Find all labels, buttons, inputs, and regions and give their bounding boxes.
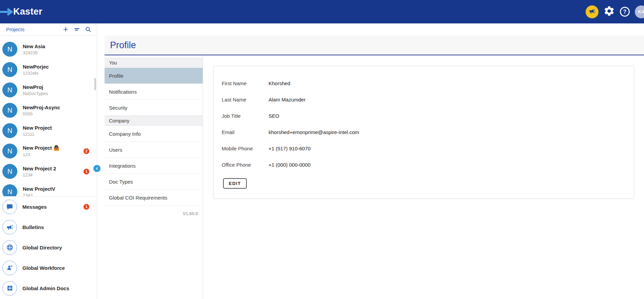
sidebar-item-global-admin-docs[interactable]: Global Admin Docs xyxy=(0,278,97,298)
topbar: Kaster ? KA xyxy=(0,0,644,23)
unread-badge: 1 xyxy=(84,204,89,210)
projects-sidebar: Projects N New Asia 324235 N NewPorjec 1… xyxy=(0,23,97,299)
grid-icon xyxy=(2,281,17,296)
sidebar-item-bulletins[interactable]: Bulletins xyxy=(0,217,97,237)
project-item-newproj-async[interactable]: N NewProj-Async 5555 xyxy=(0,100,97,120)
sidebar-item-messages[interactable]: Messages 1 xyxy=(0,197,97,217)
main-content: Profile You Profile Notifications Securi… xyxy=(97,23,644,299)
sidebar-item-global-directory[interactable]: Global Directory xyxy=(0,237,97,258)
sort-icon[interactable] xyxy=(73,26,80,33)
field-job-title: Job Title SEO xyxy=(222,108,626,124)
page-header: Profile xyxy=(105,36,644,55)
project-avatar: N xyxy=(2,82,17,97)
unread-badge: 2 xyxy=(84,148,89,154)
field-last-name: Last Name Alam Mazumder xyxy=(222,91,626,108)
field-mobile-phone: Mobile Phone +1 (517) 910-6070 xyxy=(222,140,626,156)
projects-header: Projects xyxy=(0,23,97,36)
add-project-icon[interactable] xyxy=(62,26,69,33)
logo-arrow-icon xyxy=(0,8,14,16)
settings-item-company-info[interactable]: Company Info xyxy=(105,126,203,142)
project-avatar: N xyxy=(2,184,17,196)
projects-title: Projects xyxy=(6,26,24,32)
app-version: V1.60.0 xyxy=(105,206,203,221)
sidebar-collapse-button[interactable] xyxy=(93,165,100,172)
profile-card: First Name Khorshed Last Name Alam Mazum… xyxy=(213,66,634,199)
workforce-icon xyxy=(2,261,17,275)
settings-item-global-coi[interactable]: Global COI Requirements xyxy=(105,190,203,206)
sidebar-scrollbar[interactable] xyxy=(94,78,96,90)
project-item-new-projectv[interactable]: N New ProjectV 2343 xyxy=(0,182,97,196)
brand-logo: Kaster xyxy=(0,0,42,23)
project-list: N New Asia 324235 N NewPorjec 1232etx N … xyxy=(0,36,97,196)
sidebar-item-global-workforce[interactable]: Global Workforce xyxy=(0,258,97,278)
globe-icon xyxy=(2,240,17,255)
field-email: Email khorshed+emonprime@aspire-intel.co… xyxy=(222,124,626,140)
settings-section-you: You xyxy=(105,58,203,68)
topbar-actions: ? KA xyxy=(586,0,644,23)
project-avatar: N xyxy=(2,123,17,138)
user-avatar[interactable]: KA xyxy=(635,5,644,18)
megaphone-icon xyxy=(2,220,17,235)
project-avatar: N xyxy=(2,62,17,77)
project-item-new-asia[interactable]: N New Asia 324235 xyxy=(0,39,97,59)
help-button[interactable]: ? xyxy=(620,7,630,17)
announcements-icon xyxy=(589,8,595,16)
search-icon[interactable] xyxy=(85,26,91,33)
announcements-button[interactable] xyxy=(586,5,599,18)
chat-bubble-icon xyxy=(2,200,17,214)
settings-section-company: Company xyxy=(105,116,203,126)
settings-nav: You Profile Notifications Security Compa… xyxy=(105,56,203,299)
settings-item-doc-types[interactable]: Doc Types xyxy=(105,174,203,190)
question-mark-icon: ? xyxy=(623,9,627,15)
project-item-new-project-2[interactable]: N New Project 2 1234 1 xyxy=(0,161,97,182)
project-avatar: N xyxy=(2,164,17,179)
settings-item-profile[interactable]: Profile xyxy=(105,68,203,84)
field-office-phone: Office Phone +1 (000) 000-0000 xyxy=(222,156,626,173)
field-first-name: First Name Khorshed xyxy=(222,75,626,91)
settings-item-users[interactable]: Users xyxy=(105,142,203,158)
sidebar-bottom-nav: Messages 1 Bulletins Global Directory xyxy=(0,197,97,298)
settings-gear-button[interactable] xyxy=(604,5,615,18)
page-title: Profile xyxy=(110,40,136,51)
unread-badge: 1 xyxy=(84,169,89,174)
project-avatar: N xyxy=(2,103,17,118)
edit-button[interactable]: EDIT xyxy=(223,178,247,189)
project-avatar: N xyxy=(2,144,17,158)
project-item-newporjec[interactable]: N NewPorjec 1232etx xyxy=(0,59,97,80)
settings-item-notifications[interactable]: Notifications xyxy=(105,84,203,100)
logo-text: Kaster xyxy=(13,6,42,17)
project-item-new-project-emoji[interactable]: N New Project 🤷🏾 123 2 xyxy=(0,141,97,161)
project-avatar: N xyxy=(2,42,17,57)
project-item-newproj[interactable]: N NewProj NoDocTypes xyxy=(0,80,97,100)
project-item-new-project[interactable]: N New Project 12111 xyxy=(0,120,97,141)
gear-icon xyxy=(604,5,615,18)
settings-item-security[interactable]: Security xyxy=(105,100,203,116)
settings-item-integrations[interactable]: Integrations xyxy=(105,158,203,174)
chevron-left-icon xyxy=(95,166,99,172)
